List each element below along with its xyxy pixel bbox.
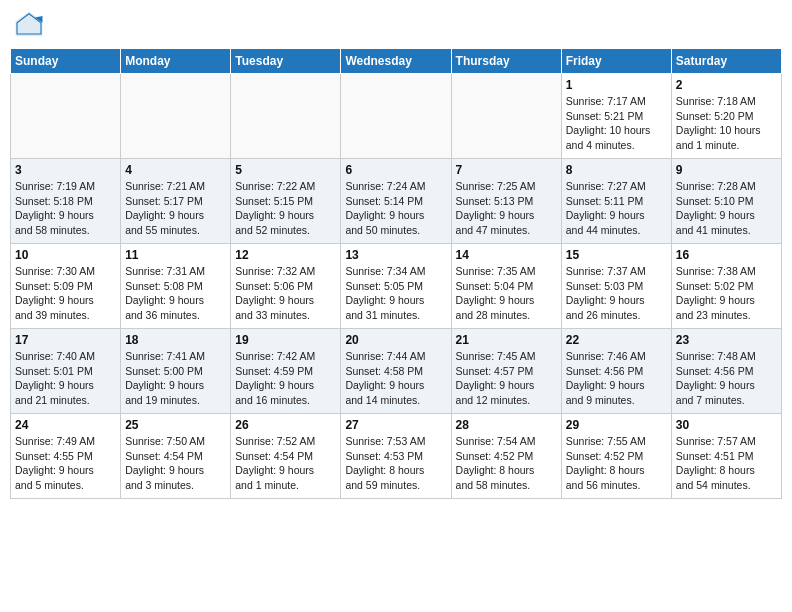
calendar-day-cell <box>341 74 451 159</box>
day-info: Sunrise: 7:35 AM Sunset: 5:04 PM Dayligh… <box>456 264 557 323</box>
calendar-day-cell: 26Sunrise: 7:52 AM Sunset: 4:54 PM Dayli… <box>231 414 341 499</box>
day-info: Sunrise: 7:38 AM Sunset: 5:02 PM Dayligh… <box>676 264 777 323</box>
calendar-week-row: 10Sunrise: 7:30 AM Sunset: 5:09 PM Dayli… <box>11 244 782 329</box>
day-number: 13 <box>345 248 446 262</box>
day-info: Sunrise: 7:52 AM Sunset: 4:54 PM Dayligh… <box>235 434 336 493</box>
calendar-day-cell: 10Sunrise: 7:30 AM Sunset: 5:09 PM Dayli… <box>11 244 121 329</box>
day-info: Sunrise: 7:46 AM Sunset: 4:56 PM Dayligh… <box>566 349 667 408</box>
day-info: Sunrise: 7:40 AM Sunset: 5:01 PM Dayligh… <box>15 349 116 408</box>
calendar-day-cell: 25Sunrise: 7:50 AM Sunset: 4:54 PM Dayli… <box>121 414 231 499</box>
day-info: Sunrise: 7:17 AM Sunset: 5:21 PM Dayligh… <box>566 94 667 153</box>
day-number: 22 <box>566 333 667 347</box>
calendar-day-cell: 14Sunrise: 7:35 AM Sunset: 5:04 PM Dayli… <box>451 244 561 329</box>
calendar-day-cell <box>11 74 121 159</box>
weekday-header: Tuesday <box>231 49 341 74</box>
day-info: Sunrise: 7:42 AM Sunset: 4:59 PM Dayligh… <box>235 349 336 408</box>
weekday-header: Monday <box>121 49 231 74</box>
day-info: Sunrise: 7:27 AM Sunset: 5:11 PM Dayligh… <box>566 179 667 238</box>
weekday-header: Friday <box>561 49 671 74</box>
day-number: 18 <box>125 333 226 347</box>
calendar-week-row: 24Sunrise: 7:49 AM Sunset: 4:55 PM Dayli… <box>11 414 782 499</box>
day-info: Sunrise: 7:48 AM Sunset: 4:56 PM Dayligh… <box>676 349 777 408</box>
calendar-day-cell: 20Sunrise: 7:44 AM Sunset: 4:58 PM Dayli… <box>341 329 451 414</box>
day-info: Sunrise: 7:55 AM Sunset: 4:52 PM Dayligh… <box>566 434 667 493</box>
day-number: 7 <box>456 163 557 177</box>
calendar-day-cell: 29Sunrise: 7:55 AM Sunset: 4:52 PM Dayli… <box>561 414 671 499</box>
calendar-day-cell: 7Sunrise: 7:25 AM Sunset: 5:13 PM Daylig… <box>451 159 561 244</box>
day-number: 8 <box>566 163 667 177</box>
svg-marker-0 <box>16 12 43 37</box>
calendar-day-cell: 24Sunrise: 7:49 AM Sunset: 4:55 PM Dayli… <box>11 414 121 499</box>
calendar-day-cell: 11Sunrise: 7:31 AM Sunset: 5:08 PM Dayli… <box>121 244 231 329</box>
day-number: 21 <box>456 333 557 347</box>
weekday-header: Thursday <box>451 49 561 74</box>
calendar-day-cell <box>231 74 341 159</box>
day-info: Sunrise: 7:25 AM Sunset: 5:13 PM Dayligh… <box>456 179 557 238</box>
day-info: Sunrise: 7:53 AM Sunset: 4:53 PM Dayligh… <box>345 434 446 493</box>
day-number: 27 <box>345 418 446 432</box>
day-number: 2 <box>676 78 777 92</box>
weekday-header: Wednesday <box>341 49 451 74</box>
day-number: 28 <box>456 418 557 432</box>
day-info: Sunrise: 7:32 AM Sunset: 5:06 PM Dayligh… <box>235 264 336 323</box>
logo-icon <box>14 10 44 40</box>
calendar-table: SundayMondayTuesdayWednesdayThursdayFrid… <box>10 48 782 499</box>
calendar-day-cell: 2Sunrise: 7:18 AM Sunset: 5:20 PM Daylig… <box>671 74 781 159</box>
calendar-day-cell: 8Sunrise: 7:27 AM Sunset: 5:11 PM Daylig… <box>561 159 671 244</box>
calendar-day-cell: 21Sunrise: 7:45 AM Sunset: 4:57 PM Dayli… <box>451 329 561 414</box>
day-info: Sunrise: 7:24 AM Sunset: 5:14 PM Dayligh… <box>345 179 446 238</box>
day-number: 25 <box>125 418 226 432</box>
day-info: Sunrise: 7:18 AM Sunset: 5:20 PM Dayligh… <box>676 94 777 153</box>
calendar-week-row: 17Sunrise: 7:40 AM Sunset: 5:01 PM Dayli… <box>11 329 782 414</box>
day-number: 4 <box>125 163 226 177</box>
calendar-day-cell: 17Sunrise: 7:40 AM Sunset: 5:01 PM Dayli… <box>11 329 121 414</box>
calendar-day-cell: 27Sunrise: 7:53 AM Sunset: 4:53 PM Dayli… <box>341 414 451 499</box>
calendar-day-cell: 4Sunrise: 7:21 AM Sunset: 5:17 PM Daylig… <box>121 159 231 244</box>
day-info: Sunrise: 7:19 AM Sunset: 5:18 PM Dayligh… <box>15 179 116 238</box>
day-number: 1 <box>566 78 667 92</box>
calendar-day-cell: 5Sunrise: 7:22 AM Sunset: 5:15 PM Daylig… <box>231 159 341 244</box>
calendar-day-cell: 18Sunrise: 7:41 AM Sunset: 5:00 PM Dayli… <box>121 329 231 414</box>
day-number: 10 <box>15 248 116 262</box>
calendar-day-cell: 30Sunrise: 7:57 AM Sunset: 4:51 PM Dayli… <box>671 414 781 499</box>
calendar-day-cell: 9Sunrise: 7:28 AM Sunset: 5:10 PM Daylig… <box>671 159 781 244</box>
day-info: Sunrise: 7:34 AM Sunset: 5:05 PM Dayligh… <box>345 264 446 323</box>
day-info: Sunrise: 7:30 AM Sunset: 5:09 PM Dayligh… <box>15 264 116 323</box>
calendar-day-cell: 6Sunrise: 7:24 AM Sunset: 5:14 PM Daylig… <box>341 159 451 244</box>
day-number: 17 <box>15 333 116 347</box>
calendar-day-cell: 15Sunrise: 7:37 AM Sunset: 5:03 PM Dayli… <box>561 244 671 329</box>
day-number: 3 <box>15 163 116 177</box>
calendar-day-cell <box>451 74 561 159</box>
calendar-header-row: SundayMondayTuesdayWednesdayThursdayFrid… <box>11 49 782 74</box>
day-info: Sunrise: 7:31 AM Sunset: 5:08 PM Dayligh… <box>125 264 226 323</box>
calendar-day-cell: 1Sunrise: 7:17 AM Sunset: 5:21 PM Daylig… <box>561 74 671 159</box>
calendar-day-cell <box>121 74 231 159</box>
day-number: 16 <box>676 248 777 262</box>
day-number: 6 <box>345 163 446 177</box>
day-info: Sunrise: 7:50 AM Sunset: 4:54 PM Dayligh… <box>125 434 226 493</box>
calendar-day-cell: 13Sunrise: 7:34 AM Sunset: 5:05 PM Dayli… <box>341 244 451 329</box>
calendar-day-cell: 28Sunrise: 7:54 AM Sunset: 4:52 PM Dayli… <box>451 414 561 499</box>
weekday-header: Saturday <box>671 49 781 74</box>
day-number: 20 <box>345 333 446 347</box>
page-header <box>10 10 782 40</box>
day-number: 12 <box>235 248 336 262</box>
day-number: 15 <box>566 248 667 262</box>
calendar-day-cell: 16Sunrise: 7:38 AM Sunset: 5:02 PM Dayli… <box>671 244 781 329</box>
day-number: 5 <box>235 163 336 177</box>
calendar-day-cell: 3Sunrise: 7:19 AM Sunset: 5:18 PM Daylig… <box>11 159 121 244</box>
day-number: 29 <box>566 418 667 432</box>
day-info: Sunrise: 7:22 AM Sunset: 5:15 PM Dayligh… <box>235 179 336 238</box>
day-number: 23 <box>676 333 777 347</box>
calendar-day-cell: 19Sunrise: 7:42 AM Sunset: 4:59 PM Dayli… <box>231 329 341 414</box>
day-number: 30 <box>676 418 777 432</box>
day-info: Sunrise: 7:49 AM Sunset: 4:55 PM Dayligh… <box>15 434 116 493</box>
calendar-week-row: 3Sunrise: 7:19 AM Sunset: 5:18 PM Daylig… <box>11 159 782 244</box>
day-info: Sunrise: 7:44 AM Sunset: 4:58 PM Dayligh… <box>345 349 446 408</box>
day-info: Sunrise: 7:54 AM Sunset: 4:52 PM Dayligh… <box>456 434 557 493</box>
calendar-day-cell: 23Sunrise: 7:48 AM Sunset: 4:56 PM Dayli… <box>671 329 781 414</box>
day-info: Sunrise: 7:57 AM Sunset: 4:51 PM Dayligh… <box>676 434 777 493</box>
day-number: 11 <box>125 248 226 262</box>
day-info: Sunrise: 7:41 AM Sunset: 5:00 PM Dayligh… <box>125 349 226 408</box>
weekday-header: Sunday <box>11 49 121 74</box>
